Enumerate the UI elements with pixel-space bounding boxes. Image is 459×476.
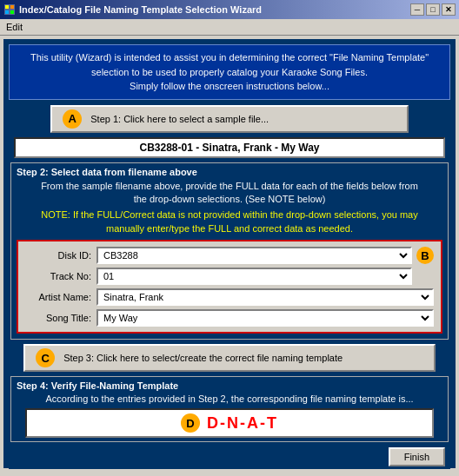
step1-badge: A: [63, 109, 82, 129]
menu-bar: Edit: [0, 19, 459, 36]
step3-label: Step 3: Click here to select/create the …: [63, 353, 343, 363]
track-no-label: Track No:: [25, 271, 96, 281]
title-text: Index/Catalog File Naming Template Selec…: [19, 4, 262, 15]
step3-row: C Step 3: Click here to select/create th…: [10, 344, 449, 372]
step3-badge: C: [36, 348, 55, 367]
svg-rect-2: [10, 5, 14, 9]
template-value: D-N-A-T: [207, 414, 278, 433]
info-line2: selection to be used to properly catalog…: [18, 65, 441, 80]
step3-button[interactable]: C Step 3: Click here to select/create th…: [23, 344, 436, 372]
fields-box: Disk ID: CB3288 B Track No: 01 Artist Na…: [17, 240, 442, 334]
song-title-label: Song Title:: [25, 313, 96, 323]
svg-rect-1: [5, 5, 9, 9]
window-controls: ─ □ ✕: [410, 3, 456, 16]
step2-desc1: From the sample filename above, provide …: [17, 180, 442, 207]
minimize-button[interactable]: ─: [410, 3, 424, 16]
step1-row: A Step 1: Click here to select a sample …: [30, 105, 428, 133]
main-content: This utility (Wizard) is intended to ass…: [3, 39, 456, 468]
svg-rect-3: [5, 10, 9, 14]
template-display: D D-N-A-T: [25, 408, 434, 438]
filename-display: CB3288-01 - Sinatra, Frank - My Way: [14, 137, 445, 158]
title-bar: Index/Catalog File Naming Template Selec…: [0, 0, 459, 19]
disk-id-select[interactable]: CB3288: [96, 247, 412, 264]
window-icon: [3, 3, 16, 16]
step2-section: Step 2: Select data from filename above …: [10, 162, 449, 340]
artist-name-select[interactable]: Sinatra, Frank: [96, 288, 434, 306]
svg-rect-4: [10, 10, 14, 14]
step2-badge: B: [416, 247, 434, 264]
track-no-row: Track No: 01: [25, 268, 434, 285]
step4-title: Step 4: Verify File-Naming Template: [17, 380, 442, 391]
step1-button[interactable]: A Step 1: Click here to select a sample …: [50, 105, 408, 133]
close-button[interactable]: ✕: [442, 3, 456, 16]
disk-id-label: Disk ID:: [25, 250, 96, 261]
disk-id-row: Disk ID: CB3288 B: [25, 247, 434, 264]
footer: Finish: [9, 445, 450, 469]
song-title-row: Song Title: My Way: [25, 309, 434, 327]
step2-title: Step 2: Select data from filename above: [17, 167, 442, 177]
song-title-select[interactable]: My Way: [96, 309, 434, 327]
menu-edit[interactable]: Edit: [3, 21, 25, 33]
step4-badge: D: [181, 413, 200, 433]
step4-section: Step 4: Verify File-Naming Template Acco…: [10, 376, 449, 442]
maximize-button[interactable]: □: [426, 3, 440, 16]
finish-button[interactable]: Finish: [389, 447, 445, 466]
artist-name-row: Artist Name: Sinatra, Frank: [25, 288, 434, 306]
step2-note: NOTE: If the FULL/Correct data is not pr…: [17, 208, 442, 235]
info-line1: This utility (Wizard) is intended to ass…: [18, 50, 441, 65]
info-box: This utility (Wizard) is intended to ass…: [9, 44, 450, 100]
info-line3: Simply follow the onscreen instructions …: [18, 79, 441, 94]
artist-name-label: Artist Name:: [25, 292, 96, 302]
track-no-select[interactable]: 01: [96, 268, 412, 285]
step4-desc: According to the entries provided in Ste…: [17, 393, 442, 404]
step1-label: Step 1: Click here to select a sample fi…: [90, 114, 269, 124]
